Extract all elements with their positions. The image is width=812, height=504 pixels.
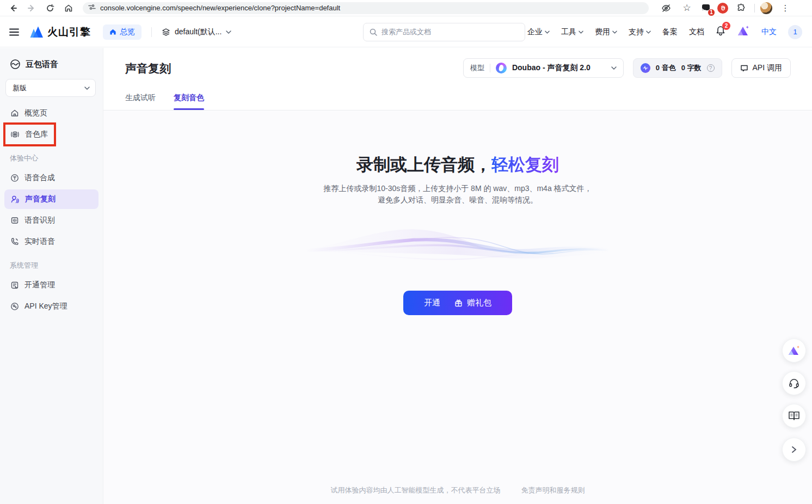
sidebar-item-asr[interactable]: 语音识别: [4, 211, 99, 230]
browser-toolbar: console.volcengine.com/speech/new/experi…: [0, 0, 812, 16]
back-icon[interactable]: [5, 2, 21, 15]
open-book-icon: [788, 410, 800, 421]
menu-enterprise[interactable]: 企业: [527, 27, 550, 37]
hamburger-menu-icon[interactable]: [7, 24, 22, 40]
tab-clone-voice[interactable]: 复刻音色: [174, 93, 204, 110]
menu-label: 文档: [689, 27, 704, 37]
menu-tools[interactable]: 工具: [561, 27, 583, 37]
page-title: 声音复刻: [125, 61, 171, 76]
sidebar-item-voice-clone[interactable]: 声音复刻: [4, 189, 99, 209]
chevron-down-icon: [84, 87, 90, 90]
model-selector[interactable]: 模型 Doubao - 声音复刻 2.0: [463, 58, 624, 78]
sidebar-item-label: 语音合成: [24, 173, 55, 183]
floating-toolbar: [782, 339, 806, 462]
site-settings-icon[interactable]: [88, 3, 96, 13]
notification-badge: 2: [722, 22, 730, 30]
ai-assistant-icon[interactable]: [737, 25, 750, 39]
sidebar-item-realtime-voice[interactable]: 实时语音: [4, 232, 99, 251]
tab-generate-audition[interactable]: 生成试听: [125, 93, 156, 110]
sidebar-item-label: API Key管理: [24, 302, 67, 311]
voice-clone-icon: [10, 195, 20, 204]
sidebar-item-tts[interactable]: 语音合成: [4, 168, 99, 188]
api-call-button[interactable]: API 调用: [731, 58, 791, 78]
doubao-voice-icon: [10, 59, 21, 70]
quota-stats[interactable]: 0 音色 0 字数 ?: [633, 58, 722, 78]
customer-service-fab[interactable]: [782, 371, 806, 395]
activate-button[interactable]: 开通 赠礼包: [403, 291, 512, 315]
help-icon[interactable]: ?: [707, 64, 715, 72]
hero-desc-line2: 避免多人对话、明显杂音、噪音、混响等情况。: [103, 194, 812, 206]
gift-label: 赠礼包: [467, 298, 491, 308]
activate-label: 开通: [424, 298, 440, 308]
forward-icon[interactable]: [24, 2, 39, 15]
chevron-down-icon: [545, 30, 550, 34]
hero-title-accent: 轻松复刻: [491, 155, 559, 174]
sidebar-item-overview[interactable]: 概览页: [4, 103, 99, 123]
menu-icp[interactable]: 备案: [662, 27, 678, 37]
language-switch[interactable]: 中文: [761, 27, 777, 37]
refresh-icon[interactable]: [42, 2, 58, 15]
project-selector[interactable]: default(默认...: [162, 27, 231, 37]
content-area: 录制或上传音频，轻松复刻 推荐上传或录制10-30s音频，上传支持小于 8M 的…: [103, 111, 812, 504]
version-selector[interactable]: 新版: [5, 79, 96, 97]
footer-disclaimer: 试用体验内容均由人工智能模型生成，不代表平台立场: [331, 485, 501, 495]
extension-icon[interactable]: 1: [700, 2, 712, 14]
menu-billing[interactable]: 费用: [595, 27, 617, 37]
menu-label: 工具: [561, 27, 576, 37]
api-key-icon: [10, 302, 19, 311]
docs-fab[interactable]: [782, 404, 806, 428]
hide-eye-icon[interactable]: [659, 2, 674, 15]
sidebar-item-label: 语音识别: [24, 216, 55, 225]
model-selector-label: 模型: [470, 63, 484, 73]
browser-menu-icon[interactable]: ⋮: [778, 2, 793, 15]
sidebar-item-api-key[interactable]: API Key管理: [4, 297, 99, 316]
address-bar[interactable]: console.volcengine.com/speech/new/experi…: [83, 2, 649, 14]
sidebar-item-activation[interactable]: 开通管理: [4, 275, 99, 295]
notification-bell-icon[interactable]: 2: [716, 26, 725, 38]
search-input[interactable]: 搜索产品或文档: [363, 23, 525, 41]
chevron-down-icon: [226, 30, 231, 34]
volcengine-logo[interactable]: 火山引擎: [29, 25, 91, 39]
menu-label: 备案: [662, 27, 678, 37]
menu-label: 支持: [629, 27, 644, 37]
overview-home-icon: [109, 28, 116, 35]
nav-divider: [151, 27, 152, 37]
ai-mountain-icon: [788, 345, 801, 357]
headset-icon: [788, 377, 800, 389]
hero-title-normal: 录制或上传音频，: [356, 155, 491, 174]
menu-docs[interactable]: 文档: [689, 27, 704, 37]
version-selector-value: 新版: [13, 83, 27, 93]
extensions-puzzle-icon[interactable]: [734, 2, 749, 15]
overview-button[interactable]: 总览: [103, 24, 142, 40]
char-quota: 0 字数: [681, 63, 702, 73]
account-avatar[interactable]: 1: [788, 25, 802, 39]
hero-title: 录制或上传音频，轻松复刻: [103, 153, 812, 176]
page-footer: 试用体验内容均由人工智能模型生成，不代表平台立场 免责声明和服务规则: [103, 485, 812, 495]
sidebar-section-experience: 体验中心: [0, 146, 103, 167]
browser-profile-avatar[interactable]: [760, 2, 772, 14]
bookmark-star-icon[interactable]: ☆: [679, 2, 694, 15]
console-topnav: 火山引擎 总览 default(默认... 搜索产品或文档 企业 工具 费用: [0, 16, 812, 47]
collapse-fab[interactable]: [782, 438, 806, 462]
menu-support[interactable]: 支持: [629, 27, 651, 37]
home-icon[interactable]: [61, 2, 76, 15]
api-icon: [740, 64, 748, 72]
main-header: 声音复刻 模型 Doubao - 声音复刻 2.0 0 音色 0 字数 ? AP…: [103, 48, 812, 110]
sidebar-item-voice-library[interactable]: 音色库: [4, 125, 99, 144]
sidebar-item-label: 开通管理: [24, 280, 55, 290]
main-content: 声音复刻 模型 Doubao - 声音复刻 2.0 0 音色 0 字数 ? AP…: [103, 48, 812, 504]
sidebar-section-system: 系统管理: [0, 253, 103, 274]
sidebar-product-header: 豆包语音: [0, 48, 103, 70]
api-call-label: API 调用: [753, 63, 782, 73]
ai-helper-fab[interactable]: [782, 339, 806, 362]
phone-icon: [10, 237, 19, 246]
tab-bar: 生成试听 复刻音色: [125, 93, 204, 110]
footer-terms-link[interactable]: 免责声明和服务规则: [521, 485, 585, 495]
layers-icon: [162, 28, 170, 36]
house-icon: [10, 109, 19, 118]
url-text[interactable]: console.volcengine.com/speech/new/experi…: [100, 4, 340, 12]
adblock-icon[interactable]: [717, 3, 728, 14]
doubao-logo-icon: [496, 63, 507, 73]
voice-library-icon: [10, 130, 20, 139]
model-divider: [490, 64, 490, 72]
